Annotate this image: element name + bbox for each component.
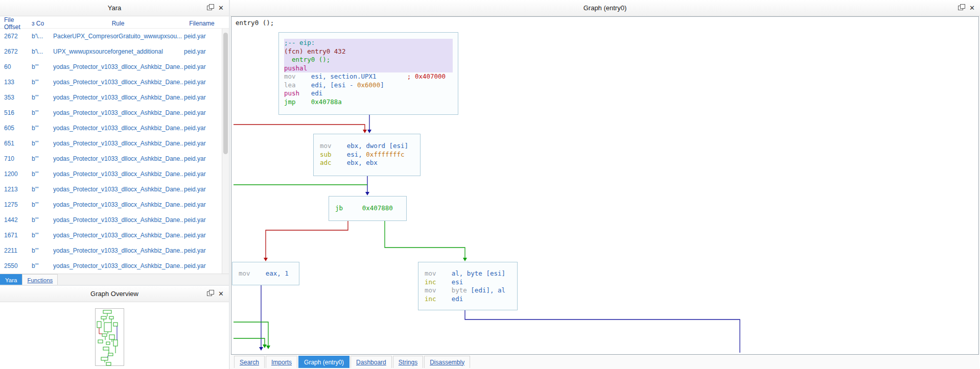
cell-content: b''' xyxy=(32,186,53,193)
yara-rows: 2672b'\...PackerUPX_CompresorGratuito_ww… xyxy=(0,29,229,274)
cell-filename: peid.yar xyxy=(183,33,221,40)
graph-overview-titlebar: Graph Overview ✕ xyxy=(0,286,229,302)
cell-offset: 2211 xyxy=(0,247,32,254)
cell-content: b''' xyxy=(32,94,53,101)
cell-filename: peid.yar xyxy=(183,63,221,70)
cell-content: b''' xyxy=(32,262,53,269)
cell-content: b''' xyxy=(32,140,53,147)
tab-disassembly[interactable]: Disassembly xyxy=(424,356,470,368)
cell-offset: 353 xyxy=(0,94,32,101)
column-header-content[interactable]: ɜ Co xyxy=(32,20,53,27)
table-row[interactable]: 516b'''yodas_Protector_v1033_dllocx_Ashk… xyxy=(0,105,229,120)
cell-rule: yodas_Protector_v1033_dllocx_Ashkbiz_Dan… xyxy=(53,79,183,86)
cell-rule: yodas_Protector_v1033_dllocx_Ashkbiz_Dan… xyxy=(53,140,183,147)
graph-overview-minimap[interactable] xyxy=(94,308,133,368)
function-signature-label: entry0 (); xyxy=(236,19,274,27)
cell-offset: 2672 xyxy=(0,33,32,40)
asm-line: mov al, byte [esi] xyxy=(425,269,511,278)
table-row[interactable]: 353b'''yodas_Protector_v1033_dllocx_Ashk… xyxy=(0,90,229,105)
cell-offset: 1275 xyxy=(0,201,32,208)
cell-rule: yodas_Protector_v1033_dllocx_Ashkbiz_Dan… xyxy=(53,63,183,70)
table-row[interactable]: 2672b'\...PackerUPX_CompresorGratuito_ww… xyxy=(0,29,229,44)
table-row[interactable]: 1213b'''yodas_Protector_v1033_dllocx_Ash… xyxy=(0,182,229,197)
cell-rule: UPX_wwwupxsourceforgenet_additional xyxy=(53,48,183,55)
table-row[interactable]: 710b'''yodas_Protector_v1033_dllocx_Ashk… xyxy=(0,151,229,166)
table-row[interactable]: 2672b'\...UPX_wwwupxsourceforgenet_addit… xyxy=(0,44,229,59)
yara-panel: Yara ✕ File Offset ɜ Co Rule Filename 26… xyxy=(0,0,229,285)
table-row[interactable]: 1275b'''yodas_Protector_v1033_dllocx_Ash… xyxy=(0,197,229,212)
yara-table: File Offset ɜ Co Rule Filename 2672b'\..… xyxy=(0,16,229,274)
cell-content: b''' xyxy=(32,247,53,254)
asm-line: push edi xyxy=(284,89,453,98)
cell-offset: 2550 xyxy=(0,262,32,269)
cell-filename: peid.yar xyxy=(183,125,221,132)
cell-rule: yodas_Protector_v1033_dllocx_Ashkbiz_Dan… xyxy=(53,109,183,116)
float-icon[interactable] xyxy=(207,291,212,296)
tab-dashboard[interactable]: Dashboard xyxy=(351,356,392,368)
cell-rule: yodas_Protector_v1033_dllocx_Ashkbiz_Dan… xyxy=(53,232,183,239)
asm-line: adc ebx, ebx xyxy=(320,159,414,167)
cell-filename: peid.yar xyxy=(183,94,221,101)
table-row[interactable]: 2550b'''yodas_Protector_v1033_dllocx_Ash… xyxy=(0,258,229,274)
asm-line: inc edi xyxy=(425,295,511,304)
graph-node-branch[interactable]: jb 0x407880 xyxy=(329,196,407,221)
table-row[interactable]: 2211b'''yodas_Protector_v1033_dllocx_Ash… xyxy=(0,243,229,258)
asm-line: ;-- eip: xyxy=(284,39,453,47)
column-header-filename[interactable]: Filename xyxy=(183,20,221,27)
close-icon[interactable]: ✕ xyxy=(969,5,975,11)
tab-strings[interactable]: Strings xyxy=(393,356,423,368)
graph-panel-titlebar: Graph (entry0) ✕ xyxy=(230,0,980,16)
cell-offset: 1442 xyxy=(0,216,32,224)
tab-graph-entry0[interactable]: Graph (entry0) xyxy=(298,356,349,368)
asm-line: mov eax, 1 xyxy=(239,269,293,278)
cell-offset: 1213 xyxy=(0,186,32,193)
cell-filename: peid.yar xyxy=(183,247,221,254)
table-row[interactable]: 133b'''yodas_Protector_v1033_dllocx_Ashk… xyxy=(0,75,229,90)
asm-line: (fcn) entry0 432 xyxy=(284,47,453,56)
tab-search[interactable]: Search xyxy=(234,356,265,368)
table-row[interactable]: 1442b'''yodas_Protector_v1033_dllocx_Ash… xyxy=(0,212,229,228)
cell-filename: peid.yar xyxy=(183,140,221,147)
asm-line: lea edi, [esi - 0x6000] xyxy=(284,81,453,90)
graph-node-entry[interactable]: ;-- eip:(fcn) entry0 432 entry0 ();pusha… xyxy=(278,32,458,115)
graph-overview-title: Graph Overview xyxy=(90,290,138,298)
cell-content: b'\... xyxy=(32,33,53,40)
table-row[interactable]: 651b'''yodas_Protector_v1033_dllocx_Ashk… xyxy=(0,136,229,151)
close-icon[interactable]: ✕ xyxy=(218,290,224,297)
vertical-scrollbar[interactable] xyxy=(222,29,229,274)
cell-offset: 516 xyxy=(0,109,32,116)
close-icon[interactable]: ✕ xyxy=(218,5,224,11)
cell-content: b''' xyxy=(32,201,53,208)
table-row[interactable]: 1671b'''yodas_Protector_v1033_dllocx_Ash… xyxy=(0,228,229,243)
table-row[interactable]: 605b'''yodas_Protector_v1033_dllocx_Ashk… xyxy=(0,120,229,136)
graph-node-copy-byte[interactable]: mov al, byte [esi]inc esimov byte [edi],… xyxy=(418,262,518,310)
tab-imports[interactable]: Imports xyxy=(266,356,297,368)
graph-node-loop-head[interactable]: mov ebx, dword [esi]sub esi, 0xfffffffca… xyxy=(313,134,421,176)
graph-canvas[interactable]: entry0 (); ;-- eip:(fcn) entry0 432 entr… xyxy=(231,16,979,355)
cell-filename: peid.yar xyxy=(183,79,221,86)
column-header-rule[interactable]: Rule xyxy=(53,20,183,27)
cell-filename: peid.yar xyxy=(183,109,221,116)
cell-rule: yodas_Protector_v1033_dllocx_Ashkbiz_Dan… xyxy=(53,247,183,254)
cell-offset: 60 xyxy=(0,63,32,70)
yara-panel-titlebar: Yara ✕ xyxy=(0,0,229,16)
asm-line: jmp 0x40788a xyxy=(284,98,453,107)
asm-line: entry0 (); xyxy=(284,56,453,64)
float-icon[interactable] xyxy=(207,6,212,10)
tab-yara[interactable]: Yara xyxy=(0,274,22,285)
table-row[interactable]: 60b'''yodas_Protector_v1033_dllocx_Ashkb… xyxy=(0,59,229,75)
cell-rule: yodas_Protector_v1033_dllocx_Ashkbiz_Dan… xyxy=(53,170,183,178)
table-row[interactable]: 1200b'''yodas_Protector_v1033_dllocx_Ash… xyxy=(0,166,229,182)
yara-table-header[interactable]: File Offset ɜ Co Rule Filename xyxy=(0,16,229,29)
graph-node-mov-eax[interactable]: mov eax, 1 xyxy=(232,262,299,285)
cell-content: b''' xyxy=(32,63,53,70)
cell-content: b''' xyxy=(32,216,53,224)
asm-line: pushal xyxy=(284,64,453,73)
scrollbar-thumb[interactable] xyxy=(223,33,228,154)
yara-panel-title: Yara xyxy=(108,4,122,12)
tab-functions[interactable]: Functions xyxy=(22,274,58,285)
graph-overview-content[interactable] xyxy=(0,302,229,369)
cell-filename: peid.yar xyxy=(183,262,221,269)
float-icon[interactable] xyxy=(958,6,963,10)
cell-filename: peid.yar xyxy=(183,155,221,162)
